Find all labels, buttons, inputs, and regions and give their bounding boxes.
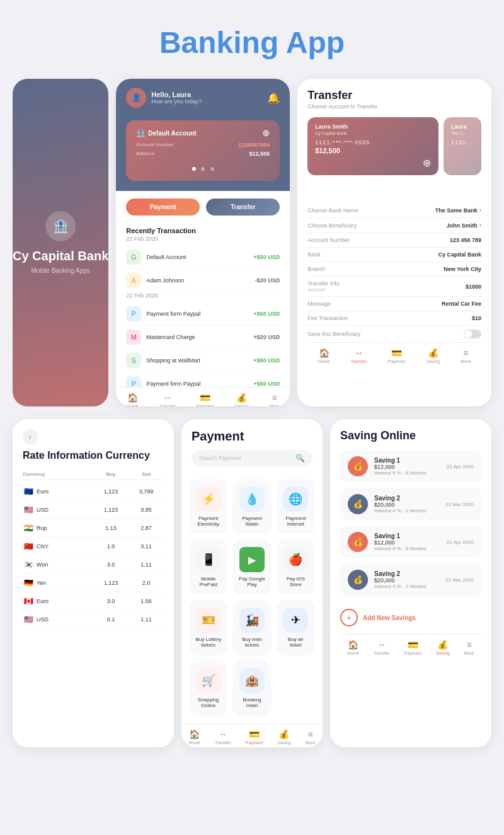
splash-subtitle: Mobile Banking Apps: [31, 267, 89, 274]
notification-icon[interactable]: 🔔: [267, 92, 280, 104]
internet-label: Payment Internet: [282, 515, 310, 527]
nav-transfer[interactable]: ↔ Transfer: [159, 393, 176, 406]
saving-icon-2: 💰: [348, 494, 368, 514]
p-nav-transfer[interactable]: ↔ Transfer: [215, 729, 231, 745]
payment-item-google[interactable]: ▶ Pay Google Play: [232, 539, 271, 595]
rate-table-header: Currency Buy Sell: [23, 469, 164, 480]
tc-name-1: Laura Smith: [315, 124, 431, 130]
saving-name-4: Saving 2: [374, 570, 439, 577]
dot-1: [192, 167, 196, 171]
choose-bank-value: The Same Bank: [435, 207, 478, 214]
saving-date-2: 22 Mar 2020: [445, 502, 474, 507]
payment-header: Payment Search Payment 🔍: [181, 419, 323, 479]
save-beneficiary-row: Save this Beneficiary: [307, 326, 481, 342]
search-bar[interactable]: Search Payment 🔍: [192, 450, 312, 466]
tc-amount-1: $12,500: [315, 147, 431, 154]
hotel-label: Booking Hotel: [238, 697, 266, 708]
rate-row-2: 🇮🇳 Rup 1.13 2.87: [23, 519, 164, 538]
rate-row-5: 🇩🇪 Yen 1,123 2.0: [23, 574, 164, 592]
s-nav-payment[interactable]: 💳 Payment: [404, 640, 422, 655]
dot-3: [210, 167, 214, 171]
payment-item-ios[interactable]: 🍎 Pay iOS Store: [277, 539, 315, 595]
flag-ca: 🇨🇦: [23, 596, 34, 607]
t-nav-payment[interactable]: 💳 Payment: [388, 348, 406, 364]
beneficiary-arrow[interactable]: ›: [479, 222, 481, 229]
transfer-subtitle: Choose Account to Transfer: [307, 103, 481, 110]
payment-item-hotel[interactable]: 🏨 Booking Hotel: [232, 660, 271, 716]
account-number-label: Account Number: [307, 237, 350, 243]
save-beneficiary-label: Save this Beneficiary: [307, 331, 360, 337]
payment-item-lottery[interactable]: 🎫 Buy Lottery tickets: [189, 600, 227, 655]
account-number-value: 123 456 789: [450, 237, 481, 243]
saving-title: Saving Online: [340, 429, 481, 442]
choose-bank-label: Choose Bank Name: [307, 207, 358, 214]
t-payment-icon: 💳: [391, 348, 402, 358]
internet-icon: 🌐: [283, 487, 308, 512]
fee-value: $10: [472, 315, 481, 321]
train-icon: 🚂: [239, 608, 265, 633]
choose-bank-row: Choose Bank Name The Same Bank ›: [307, 203, 481, 218]
t-nav-more[interactable]: ≡ More: [461, 348, 471, 364]
flag-in: 🇮🇳: [23, 522, 34, 534]
p-nav-payment[interactable]: 💳 Payment: [246, 729, 263, 745]
nav-payment[interactable]: 💳 Payment: [197, 393, 214, 406]
rate-row-7: 🇺🇸 USD 0.1 1.11: [23, 611, 164, 629]
transfer-card-1: Laura Smith Cy Capital Bank 1121-***-***…: [307, 117, 438, 175]
choose-bank-arrow[interactable]: ›: [479, 207, 481, 214]
p-nav-saving[interactable]: 💰 Saving: [277, 729, 290, 745]
payment-item-internet[interactable]: 🌐 Payment Internet: [277, 479, 315, 534]
saving-name-2: Saving 2: [374, 495, 439, 502]
payment-item-air[interactable]: ✈ Buy air ticket: [277, 600, 315, 655]
p-nav-home[interactable]: 🏠 Home: [188, 729, 200, 745]
add-savings-icon: +: [340, 609, 358, 626]
hotel-icon: 🏨: [239, 668, 265, 693]
t-nav-transfer[interactable]: ↔ Transfer: [351, 348, 367, 364]
save-beneficiary-toggle[interactable]: [464, 330, 481, 338]
nav-saving[interactable]: 💰 Saving: [235, 393, 248, 406]
message-row: Message Rental Car Fee: [307, 297, 481, 311]
payment-bottom-nav: 🏠 Home ↔ Transfer 💳 Payment 💰 Saving ≡ M…: [181, 723, 323, 747]
payment-item-shopping[interactable]: 🛒 Snapping Online: [189, 660, 227, 716]
greeting-text: Hello, Laura: [151, 91, 202, 98]
payment-item-mobile[interactable]: 📱 Mobile PrePaid: [189, 539, 227, 595]
tx-amount-3: +$50 USD: [253, 311, 280, 317]
add-savings-button[interactable]: + Add New Savings: [340, 601, 481, 634]
back-button[interactable]: ‹: [23, 429, 38, 444]
transfer-info-row: Transfer Info Amount $1000: [307, 277, 481, 297]
p-nav-more[interactable]: ≡ More: [306, 729, 316, 745]
payment-item-electricity[interactable]: ⚡ Payment Electricity: [189, 479, 227, 534]
t-nav-saving[interactable]: 💰 Saving: [427, 348, 440, 364]
payment-button[interactable]: Payment: [126, 199, 200, 216]
payment-title: Payment: [192, 429, 312, 444]
nav-more[interactable]: ≡ More: [269, 393, 279, 406]
electricity-label: Payment Electricity: [194, 515, 222, 527]
p-payment-icon: 💳: [249, 729, 260, 739]
saving-item-1: 💰 Saving 1 $12,000 Interest 8 % - 8 Mont…: [340, 450, 481, 483]
saving-name-3: Saving 1: [374, 533, 440, 539]
payment-item-water[interactable]: 💧 Payment Water: [232, 479, 271, 534]
transfer-button[interactable]: Transfer: [206, 199, 280, 216]
nav-home[interactable]: 🏠 Home: [127, 393, 139, 406]
card-section: 🏦 Default Account ⊕ Account Number 12345…: [116, 114, 290, 191]
s-nav-saving[interactable]: 💰 Saving: [436, 640, 449, 655]
shopping-label: Snapping Online: [194, 697, 222, 708]
water-icon: 💧: [239, 487, 265, 512]
flag-kr: 🇰🇷: [23, 559, 34, 570]
bank-row: Bank Cy Capital Bank: [307, 248, 481, 262]
account-number-row: Account Number 123 456 789: [307, 233, 481, 248]
mastercard-icon: ⊕: [315, 157, 431, 169]
bank-label: Bank: [307, 251, 321, 258]
s-nav-more[interactable]: ≡ More: [464, 640, 474, 655]
saving-date-3: 22 Apr 2020: [447, 539, 474, 545]
s-nav-transfer[interactable]: ↔ Transfer: [374, 640, 390, 655]
t-saving-icon: 💰: [428, 348, 438, 358]
lottery-label: Buy Lottery tickets: [194, 636, 222, 648]
s-nav-home[interactable]: 🏠 Home: [347, 640, 359, 655]
tx-name-2: Adam Johnson: [146, 277, 184, 284]
mobile-label: Mobile PrePaid: [194, 576, 222, 587]
payment-item-train[interactable]: 🚂 Buy train tickets: [232, 600, 271, 655]
bank-value: Cy Capital Bank: [438, 251, 481, 258]
choose-beneficiary-row: Choose Beneficiary John Smith ›: [307, 218, 481, 233]
saving-amount-1: $12,000: [374, 464, 440, 470]
t-nav-home[interactable]: 🏠 Home: [318, 348, 330, 364]
